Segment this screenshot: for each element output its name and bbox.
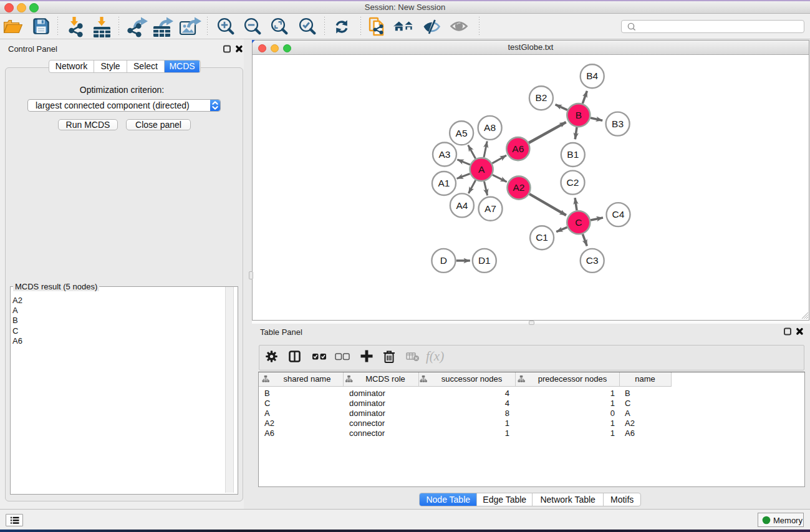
svg-text:C3: C3 (586, 255, 599, 266)
svg-text:D: D (440, 255, 447, 266)
svg-text:B2: B2 (535, 92, 547, 103)
svg-text:B: B (576, 110, 582, 120)
svg-text:A5: A5 (456, 128, 468, 138)
svg-text:B4: B4 (586, 70, 598, 81)
svg-text:A4: A4 (456, 200, 468, 211)
svg-text:C2: C2 (567, 177, 579, 188)
svg-text:A3: A3 (439, 149, 451, 160)
svg-text:C4: C4 (612, 209, 625, 220)
svg-text:A8: A8 (484, 122, 496, 133)
svg-text:D1: D1 (478, 255, 491, 266)
svg-text:A: A (478, 164, 485, 175)
svg-text:A2: A2 (513, 182, 525, 193)
svg-text:A7: A7 (485, 203, 496, 214)
svg-text:A6: A6 (512, 143, 524, 154)
svg-text:B1: B1 (567, 149, 579, 160)
svg-text:C: C (575, 217, 582, 228)
svg-text:B3: B3 (612, 118, 624, 129)
svg-text:A1: A1 (438, 178, 450, 188)
svg-text:C1: C1 (536, 232, 548, 243)
